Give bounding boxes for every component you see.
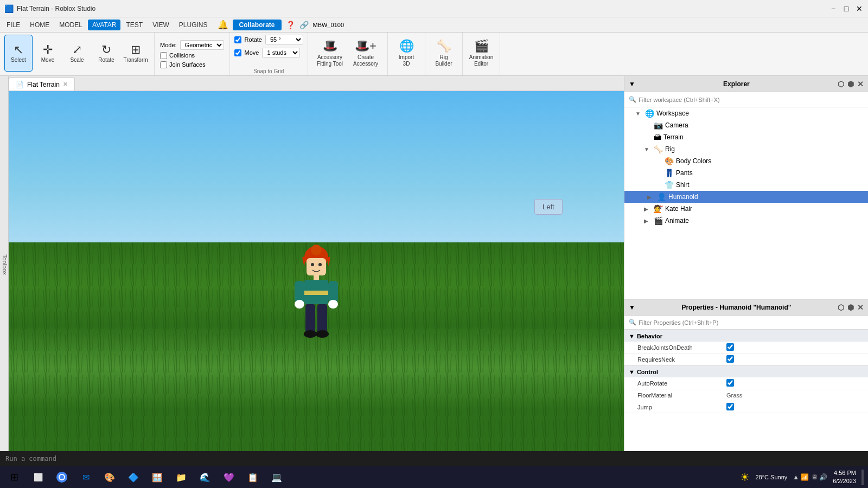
share-icon[interactable]: 🔗 (299, 21, 309, 29)
rotate-snap-checkbox[interactable] (234, 36, 241, 43)
flat-terrain-tab[interactable]: 📄 Flat Terrain ✕ (9, 78, 75, 91)
tree-item-shirt[interactable]: 👕 Shirt (624, 179, 868, 191)
break-joints-checkbox[interactable] (726, 343, 734, 351)
katehair-arrow: ▶ (644, 206, 652, 212)
move-snap-label: Move (245, 49, 259, 56)
transform-tool-button[interactable]: ⊞ Transform (122, 35, 150, 72)
taskbar-chrome[interactable] (52, 468, 72, 486)
notification-icon[interactable]: 🔔 (218, 20, 228, 30)
import-3d-button[interactable]: 🌐 Import3D (392, 35, 420, 72)
taskbar-vscode[interactable]: 🔷 (124, 468, 143, 486)
rotate-snap-input[interactable]: 55 ° 45 ° 90 ° (265, 35, 303, 44)
tab-icon: 📄 (16, 81, 24, 88)
tree-item-animate[interactable]: ▶ 🎬 Animate (624, 215, 868, 227)
tree-item-pants[interactable]: 👖 Pants (624, 167, 868, 179)
toolbox-panel[interactable]: Toolbox (0, 76, 9, 451)
title-bar-right: − □ ✕ (829, 4, 864, 13)
svg-rect-17 (317, 304, 327, 334)
taskbar-sticky[interactable]: 📋 (243, 468, 263, 486)
close-button[interactable]: ✕ (855, 4, 864, 13)
scale-tool-button[interactable]: ⤢ Scale (63, 35, 91, 72)
taskbar-search[interactable]: ⬜ (28, 468, 48, 486)
taskbar-windows-store[interactable]: 🪟 (148, 468, 167, 486)
menu-file[interactable]: FILE (2, 20, 24, 30)
tree-item-terrain[interactable]: 🏔 Terrain (624, 131, 868, 143)
start-button[interactable]: ⊞ (4, 468, 24, 486)
join-surfaces-checkbox[interactable] (160, 61, 167, 68)
rig-content: 🦴 RigBuilder (425, 33, 462, 74)
animation-editor-icon: 🎬 (474, 39, 489, 53)
scale-label: Scale (70, 57, 84, 63)
accessory-fitting-button[interactable]: 🎩 AccessoryFitting Tool (312, 35, 347, 72)
svg-point-7 (311, 263, 314, 266)
requires-neck-checkbox[interactable] (726, 355, 734, 363)
tree-item-humanoid[interactable]: ▶ 👤 Humanoid (624, 191, 868, 203)
prop-search-icon: 🔍 (629, 319, 636, 326)
character-rig (295, 264, 338, 350)
tree-item-bodycolors[interactable]: 🎨 Body Colors (624, 155, 868, 167)
jump-checkbox[interactable] (726, 403, 734, 410)
animation-editor-button[interactable]: 🎬 AnimationEditor (467, 35, 495, 72)
collaborate-button[interactable]: Collaborate (233, 20, 282, 30)
mode-select[interactable]: Geometric Surface (180, 40, 224, 50)
menu-plugins[interactable]: PLUGINS (175, 20, 212, 30)
bodycolors-icon: 🎨 (665, 157, 674, 165)
minimize-button[interactable]: − (829, 4, 838, 13)
tree-item-rig[interactable]: ▼ 🦴 Rig (624, 143, 868, 155)
menu-bar: FILE HOME MODEL AVATAR TEST VIEW PLUGINS… (0, 17, 868, 33)
properties-expand-icon[interactable]: ⬢ (847, 303, 854, 312)
maximize-button[interactable]: □ (842, 4, 851, 13)
taskbar-canva[interactable]: 🎨 (100, 468, 119, 486)
command-prompt[interactable]: Run a command (5, 455, 56, 463)
properties-search-input[interactable] (639, 319, 864, 326)
explorer-close-icon[interactable]: ✕ (857, 80, 864, 88)
select-tool-button[interactable]: ↖ Select (4, 35, 33, 72)
explorer-title: Explorer (639, 80, 834, 88)
explorer-collapse-icon[interactable]: ▼ (629, 80, 635, 88)
menu-home[interactable]: HOME (25, 20, 54, 30)
tab-close-icon[interactable]: ✕ (63, 81, 68, 88)
menu-model[interactable]: MODEL (55, 20, 87, 30)
taskbar-edge[interactable]: 🌊 (195, 468, 215, 486)
menu-test[interactable]: TEST (122, 20, 147, 30)
select-label: Select (11, 57, 26, 63)
properties-close-icon[interactable]: ✕ (857, 303, 864, 312)
menu-avatar[interactable]: AVATAR (88, 20, 120, 30)
sky-background (9, 91, 624, 253)
collisions-checkbox[interactable] (160, 52, 167, 59)
menu-view[interactable]: VIEW (148, 20, 174, 30)
tree-item-workspace[interactable]: ▼ 🌐 Workspace (624, 107, 868, 119)
tree-item-camera[interactable]: 📷 Camera (624, 119, 868, 131)
control-section-header[interactable]: ▼ Control (624, 365, 868, 377)
properties-collapse-icon[interactable]: ▼ (629, 304, 635, 311)
explorer-popout-icon[interactable]: ⬡ (838, 80, 844, 88)
taskbar-file-explorer[interactable]: 📁 (171, 468, 191, 486)
rig-builder-button[interactable]: 🦴 RigBuilder (430, 35, 458, 72)
taskbar-mail[interactable]: ✉ (76, 468, 95, 486)
properties-popout-icon[interactable]: ⬡ (838, 303, 844, 312)
move-snap-row: Move 1 studs 0.5 studs 2 studs (234, 48, 301, 57)
rotate-tool-button[interactable]: ↻ Rotate (92, 35, 120, 72)
move-tool-button[interactable]: ✛ Move (34, 35, 62, 72)
tree-item-katehair[interactable]: ▶ 💇 Kate Hair (624, 203, 868, 215)
explorer-search-input[interactable] (639, 97, 864, 103)
katehair-label: Kate Hair (665, 205, 692, 213)
show-desktop-button[interactable] (861, 470, 864, 485)
taskbar-vb[interactable]: 💜 (219, 468, 239, 486)
move-snap-input[interactable]: 1 studs 0.5 studs 2 studs (262, 48, 300, 57)
create-accessory-button[interactable]: 🎩+ CreateAccessory (348, 35, 383, 72)
explorer-expand-icon[interactable]: ⬢ (847, 80, 854, 88)
animation-content: 🎬 AnimationEditor (463, 33, 500, 74)
help-icon[interactable]: ❓ (286, 21, 295, 29)
toolbox-label: Toolbox (2, 254, 8, 275)
katehair-icon: 💇 (654, 204, 663, 213)
viewport[interactable]: Left Rig (9, 91, 624, 451)
right-panel: ▼ Explorer ⬡ ⬢ ✕ 🔍 ▼ 🌐 Workspace (624, 76, 868, 451)
search-icon: 🔍 (629, 96, 636, 103)
move-snap-checkbox[interactable] (234, 49, 241, 56)
taskbar-roblox[interactable]: 💻 (267, 468, 286, 486)
create-accessory-icon: 🎩+ (355, 39, 376, 53)
behavior-section-header[interactable]: ▼ Behavior (624, 330, 868, 342)
auto-rotate-checkbox[interactable] (726, 379, 734, 387)
svg-point-8 (318, 263, 322, 266)
